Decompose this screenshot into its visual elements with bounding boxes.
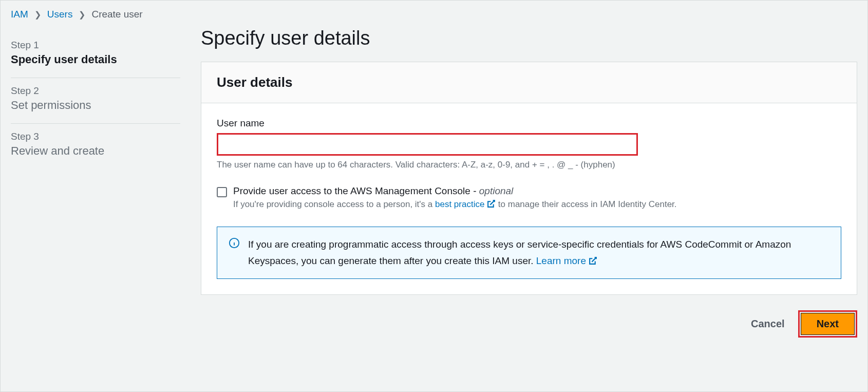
- breadcrumb: IAM ❯ Users ❯ Create user: [11, 9, 857, 20]
- breadcrumb-current: Create user: [91, 9, 142, 20]
- best-practice-link[interactable]: best practice: [435, 199, 496, 209]
- step-2[interactable]: Step 2 Set permissions: [11, 78, 180, 123]
- console-access-checkbox-row: Provide user access to the AWS Managemen…: [217, 185, 841, 211]
- breadcrumb-iam-link[interactable]: IAM: [11, 9, 28, 20]
- step-label: Step 2: [11, 85, 180, 97]
- step-title: Review and create: [11, 144, 180, 158]
- next-button-highlight: Next: [798, 310, 857, 338]
- checkbox-sub-prefix: If you're providing console access to a …: [233, 199, 435, 209]
- step-3[interactable]: Step 3 Review and create: [11, 124, 180, 169]
- chevron-right-icon: ❯: [79, 10, 85, 20]
- external-link-icon: [589, 255, 597, 266]
- checkbox-label: Provide user access to the AWS Managemen…: [233, 185, 841, 197]
- username-label: User name: [217, 118, 841, 129]
- checkbox-sub-suffix: to manage their access in IAM Identity C…: [496, 199, 676, 209]
- optional-tag: optional: [479, 185, 514, 196]
- checkbox-label-text: Provide user access to the AWS Managemen…: [233, 185, 479, 196]
- username-hint: The user name can have up to 64 characte…: [217, 160, 841, 170]
- wizard-steps: Step 1 Specify user details Step 2 Set p…: [11, 30, 180, 385]
- external-link-icon: [487, 199, 496, 209]
- learn-more-link[interactable]: Learn more: [536, 255, 597, 266]
- next-button[interactable]: Next: [801, 313, 855, 335]
- step-label: Step 3: [11, 131, 180, 142]
- username-input[interactable]: [217, 133, 638, 156]
- breadcrumb-users-link[interactable]: Users: [47, 9, 73, 20]
- console-access-checkbox[interactable]: [217, 187, 227, 197]
- footer-actions: Cancel Next: [201, 295, 857, 339]
- checkbox-description: If you're providing console access to a …: [233, 198, 841, 211]
- chevron-right-icon: ❯: [34, 10, 41, 20]
- step-label: Step 1: [11, 40, 180, 51]
- step-title: Specify user details: [11, 53, 180, 66]
- step-1[interactable]: Step 1 Specify user details: [11, 32, 180, 78]
- programmatic-access-info: If you are creating programmatic access …: [217, 227, 841, 279]
- step-title: Set permissions: [11, 99, 180, 112]
- panel-title: User details: [217, 74, 841, 90]
- info-text: If you are creating programmatic access …: [248, 236, 829, 270]
- user-details-panel: User details User name The user name can…: [201, 62, 857, 295]
- info-icon: [229, 237, 240, 249]
- cancel-button[interactable]: Cancel: [748, 310, 788, 338]
- panel-header: User details: [201, 62, 857, 103]
- page-title: Specify user details: [201, 27, 857, 49]
- info-text-body: If you are creating programmatic access …: [248, 239, 791, 266]
